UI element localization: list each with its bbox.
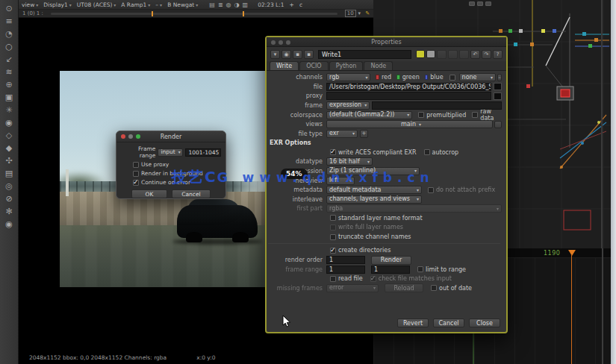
viewer-menu-1[interactable]: Display1▾ — [43, 1, 71, 8]
views-selector[interactable]: main▾ — [326, 120, 493, 128]
viewer-menu-0[interactable]: view▾ — [22, 1, 38, 8]
proxy-browser-icon[interactable] — [494, 92, 502, 100]
close-window-icon[interactable] — [121, 134, 125, 139]
toolsets-node-icon[interactable]: ✣ — [2, 154, 16, 166]
location-node-icon[interactable]: ◎ — [2, 180, 16, 192]
playhead-marker[interactable] — [568, 250, 576, 256]
file-browser-icon[interactable] — [494, 83, 502, 90]
deep-node-icon[interactable]: ◉ — [2, 116, 16, 128]
standard-layer-name-checkbox[interactable] — [330, 215, 336, 221]
viewer-timeline-slider[interactable] — [51, 13, 337, 15]
node-name-input[interactable]: Write1 — [318, 50, 411, 59]
views-menu-button[interactable] — [494, 121, 502, 128]
premultiplied-checkbox[interactable] — [418, 112, 424, 118]
tab-python[interactable]: Python — [329, 61, 364, 70]
tab-write[interactable]: Write — [270, 61, 299, 70]
datatype-dropdown[interactable]: 16 bit half▾ — [326, 157, 373, 166]
frame-range-input[interactable]: 1001-1045 — [185, 148, 221, 157]
viewer-menu-4[interactable]: –▾ — [155, 1, 162, 8]
channel-node-icon[interactable]: ○ — [2, 40, 16, 52]
ocio-node-icon[interactable]: ⊘ — [2, 192, 16, 204]
colorspace-dropdown[interactable]: (default (Gamma2.2))▾ — [326, 111, 412, 119]
compression-dropdown[interactable]: Zip (1 scanline)▾ — [326, 167, 420, 175]
viewer-menu-2[interactable]: UT08 (ACES)▾ — [77, 1, 116, 8]
autocrop-checkbox[interactable] — [424, 149, 430, 155]
close-button[interactable]: Close — [469, 318, 500, 327]
viewer-zoom-c[interactable]: 1 — [37, 10, 40, 16]
time-node-icon[interactable]: ◔ — [2, 28, 16, 40]
limit-to-range-checkbox[interactable] — [417, 266, 423, 272]
frame-mode-dropdown[interactable]: expression▾ — [326, 101, 370, 110]
gl-color-swatch[interactable] — [426, 50, 435, 58]
tab-node[interactable]: Node — [364, 61, 393, 70]
viewer-menu-5[interactable]: B Newgat▾ — [167, 1, 198, 8]
transform-node-icon[interactable]: ⊕ — [2, 78, 16, 90]
frame-range-end-input[interactable]: 1 — [371, 266, 410, 274]
raw-data-checkbox[interactable] — [472, 112, 478, 118]
truncate-channel-names-checkbox[interactable] — [330, 234, 336, 240]
no-prefix-checkbox[interactable] — [428, 187, 434, 193]
minimize-window-icon[interactable] — [128, 134, 133, 139]
viewer-extra-c[interactable]: c — [299, 1, 302, 8]
node-color-button[interactable]: ▪ — [293, 50, 302, 59]
render-option-checkbox-1[interactable] — [133, 171, 139, 177]
create-directories-checkbox[interactable] — [330, 248, 336, 254]
center-node-button[interactable]: ◉ — [281, 50, 291, 59]
viewer-menu-3[interactable]: A Ramp1▾ — [121, 1, 150, 8]
redo-button[interactable]: ↷ — [482, 50, 491, 59]
monitor-icon[interactable]: ▤ — [209, 1, 215, 8]
render-option-checkbox-0[interactable] — [133, 162, 139, 168]
collapse-button[interactable]: – — [497, 74, 502, 81]
rows-icon[interactable]: ≣ — [218, 1, 223, 8]
file-type-dropdown[interactable]: exr▾ — [326, 130, 358, 138]
file-path-input[interactable]: /Users/bristogan/Desktop/Prep Output/C00… — [326, 83, 491, 91]
filter-node-icon[interactable]: ≋ — [2, 66, 16, 78]
interleave-dropdown[interactable]: channels, layers and views▾ — [326, 195, 422, 204]
mask-channel-dropdown[interactable]: none▾ — [459, 73, 496, 81]
metadata-dropdown[interactable]: default metadata▾ — [326, 186, 422, 194]
image-node-icon[interactable]: ⊙ — [2, 2, 16, 14]
color-node-icon[interactable]: ↙ — [2, 53, 16, 65]
frame-range-mode-dropdown[interactable]: input▾ — [158, 148, 183, 157]
views-node-icon[interactable]: ◇ — [2, 129, 16, 141]
wipe-icon[interactable]: ◑ — [234, 1, 240, 8]
ok-button[interactable]: OK — [131, 189, 167, 198]
hide-input-button[interactable]: ▾ — [270, 50, 280, 59]
columns-icon[interactable]: ▥ — [243, 1, 249, 8]
viewer-zoom-b[interactable]: (0) — [28, 10, 35, 16]
viewer-zoom-a[interactable]: 1 — [22, 10, 25, 16]
render-dialog-titlebar[interactable]: Render — [116, 131, 225, 142]
out-of-date-checkbox[interactable] — [431, 285, 437, 291]
postage-stamp-button[interactable]: ▪ — [304, 50, 314, 59]
render-order-input[interactable]: 1 — [326, 256, 365, 264]
settings-node-icon[interactable]: ◉ — [2, 218, 16, 230]
viewer-extra-plus[interactable]: + — [290, 1, 294, 8]
read-file-checkbox[interactable] — [330, 276, 336, 282]
air-node-icon[interactable]: ✻ — [2, 205, 16, 217]
globe-icon[interactable]: ◍ — [226, 1, 231, 8]
other-node-icon[interactable]: ▤ — [2, 167, 16, 179]
frame-counter[interactable]: 10 — [345, 10, 356, 17]
particles-node-icon[interactable]: ✳ — [2, 104, 16, 116]
metadata-node-icon[interactable]: ◆ — [2, 142, 16, 154]
red-channel-checkbox[interactable] — [376, 75, 379, 80]
tab-ocio[interactable]: OCIO — [299, 61, 329, 70]
zoom-window-icon[interactable] — [136, 134, 140, 139]
draw-node-icon[interactable]: ≡ — [2, 15, 16, 27]
pencil-icon[interactable]: ✎ — [365, 10, 370, 16]
undo-button[interactable]: ↶ — [470, 50, 480, 59]
green-channel-checkbox[interactable] — [396, 75, 400, 80]
window-traffic-lights[interactable] — [121, 134, 140, 139]
window-traffic-lights-inactive[interactable] — [271, 40, 290, 45]
3d-node-icon[interactable]: ▣ — [2, 91, 16, 103]
node-tile-color-swatch[interactable] — [416, 50, 425, 58]
heroview-dropdown[interactable]: left▾ — [326, 177, 355, 185]
alpha-channel-checkbox[interactable] — [449, 75, 455, 81]
render-button[interactable]: Render — [371, 256, 411, 265]
frame-range-start-input[interactable]: 1 — [326, 266, 365, 274]
proxy-path-input[interactable] — [326, 92, 491, 100]
file-type-options-button[interactable]: + — [360, 130, 368, 138]
properties-titlebar[interactable]: Properties — [267, 37, 506, 47]
cancel-button[interactable]: Cancel — [172, 189, 211, 198]
render-option-checkbox-2[interactable] — [133, 180, 139, 186]
